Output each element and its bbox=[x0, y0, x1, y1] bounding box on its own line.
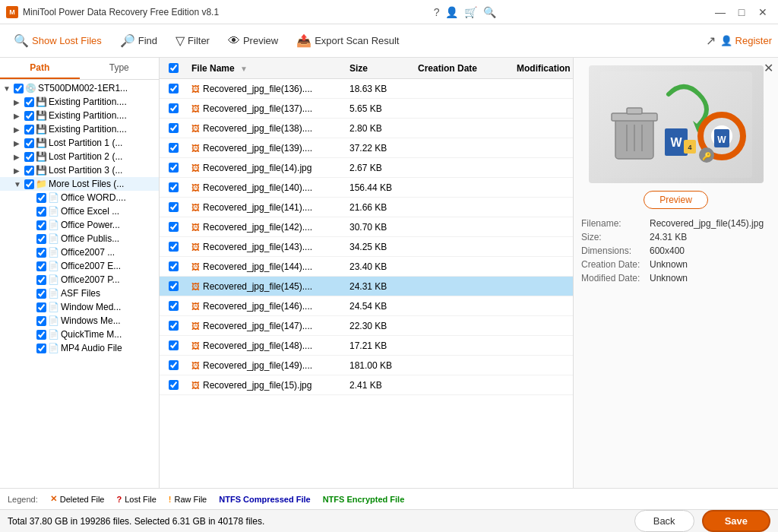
table-row[interactable]: 🖼 Recovered_jpg_file(139).... 37.22 KB bbox=[160, 138, 573, 158]
table-row[interactable]: 🖼 Recovered_jpg_file(148).... 17.21 KB bbox=[160, 336, 573, 356]
table-row[interactable]: 🖼 Recovered_jpg_file(140).... 156.44 KB bbox=[160, 178, 573, 198]
header-filename[interactable]: File Name ▼ bbox=[187, 60, 345, 77]
table-row[interactable]: 🖼 Recovered_jpg_file(143).... 34.25 KB bbox=[160, 237, 573, 257]
tree-checkbox[interactable] bbox=[36, 302, 46, 312]
preview-button[interactable]: 👁 Preview bbox=[220, 31, 286, 51]
table-row[interactable]: 🖼 Recovered_jpg_file(146).... 24.54 KB bbox=[160, 296, 573, 316]
table-row[interactable]: 🖼 Recovered_jpg_file(15).jpg 2.41 KB bbox=[160, 375, 573, 395]
tree-item[interactable]: 📄 Office Power... bbox=[0, 218, 159, 232]
tree-item[interactable]: ▶ 💾 Existing Partition.... bbox=[0, 95, 159, 109]
tree-checkbox[interactable] bbox=[24, 152, 34, 162]
tree-checkbox[interactable] bbox=[24, 179, 34, 189]
row-checkbox[interactable] bbox=[169, 261, 179, 271]
tree-checkbox[interactable] bbox=[24, 97, 34, 107]
show-lost-files-button[interactable]: 🔍 Show Lost Files bbox=[6, 30, 109, 51]
tree-item[interactable]: 📄 ASF Files bbox=[0, 287, 159, 300]
tree-checkbox[interactable] bbox=[36, 234, 46, 244]
table-row[interactable]: 🖼 Recovered_jpg_file(147).... 22.30 KB bbox=[160, 316, 573, 336]
tab-path[interactable]: Path bbox=[0, 58, 80, 79]
tree-area[interactable]: ▼ 💿 ST500DM002-1ER1... ▶ 💾 Existing Part… bbox=[0, 80, 159, 488]
tree-checkbox[interactable] bbox=[36, 261, 46, 271]
table-row[interactable]: 🖼 Recovered_jpg_file(141).... 21.66 KB bbox=[160, 198, 573, 217]
row-checkbox[interactable] bbox=[169, 242, 179, 252]
preview-action-button[interactable]: Preview bbox=[644, 191, 708, 209]
select-all-checkbox[interactable] bbox=[169, 63, 179, 73]
tree-checkbox[interactable] bbox=[36, 289, 46, 299]
table-row[interactable]: 🖼 Recovered_jpg_file(149).... 181.00 KB bbox=[160, 356, 573, 375]
tree-item[interactable]: 📄 Office2007 P... bbox=[0, 273, 159, 287]
tree-item[interactable]: 📄 Office2007 E... bbox=[0, 259, 159, 273]
row-checkbox[interactable] bbox=[169, 222, 179, 232]
tree-checkbox[interactable] bbox=[14, 84, 24, 93]
table-row[interactable]: 🖼 Recovered_jpg_file(138).... 2.80 KB bbox=[160, 119, 573, 138]
tree-checkbox[interactable] bbox=[36, 193, 46, 203]
header-creation-date[interactable]: Creation Date bbox=[413, 60, 512, 77]
tree-checkbox[interactable] bbox=[36, 207, 46, 217]
tree-item[interactable]: ▶ 💾 Existing Partition.... bbox=[0, 109, 159, 122]
tree-checkbox[interactable] bbox=[24, 111, 34, 121]
table-row[interactable]: 🖼 Recovered_jpg_file(14).jpg 2.67 KB bbox=[160, 158, 573, 178]
row-checkbox[interactable] bbox=[169, 202, 179, 212]
tree-item[interactable]: ▶ 💾 Lost Partition 1 (... bbox=[0, 136, 159, 150]
export-scan-result-button[interactable]: 📤 Export Scan Result bbox=[289, 30, 406, 51]
tree-item-more-lost-files[interactable]: ▼ 📁 More Lost Files (... bbox=[0, 177, 159, 191]
row-checkbox[interactable] bbox=[169, 182, 179, 192]
tree-item[interactable]: ▶ 💾 Lost Partition 3 (... bbox=[0, 163, 159, 177]
save-button[interactable]: Save bbox=[702, 510, 770, 532]
row-checkbox[interactable] bbox=[169, 123, 179, 133]
tree-checkbox[interactable] bbox=[36, 275, 46, 285]
header-size[interactable]: Size bbox=[345, 60, 413, 77]
back-button[interactable]: Back bbox=[634, 510, 694, 532]
close-preview-button[interactable]: ✕ bbox=[764, 61, 773, 75]
filter-button[interactable]: ▽ Filter bbox=[168, 30, 217, 51]
close-button[interactable]: ✕ bbox=[754, 5, 772, 20]
tree-checkbox[interactable] bbox=[24, 166, 34, 176]
cart-icon[interactable]: 🛒 bbox=[464, 6, 477, 18]
table-row[interactable]: 🖼 Recovered_jpg_file(144).... 23.40 KB bbox=[160, 257, 573, 277]
title-bar-controls[interactable]: — □ ✕ bbox=[711, 5, 772, 20]
tab-type[interactable]: Type bbox=[80, 58, 160, 79]
row-checkbox[interactable] bbox=[169, 281, 179, 291]
tree-checkbox[interactable] bbox=[36, 316, 46, 326]
row-checkbox[interactable] bbox=[169, 340, 179, 350]
row-checkbox[interactable] bbox=[169, 360, 179, 370]
tree-checkbox[interactable] bbox=[36, 330, 46, 340]
search-icon[interactable]: 🔍 bbox=[483, 6, 496, 18]
find-button[interactable]: 🔎 Find bbox=[112, 30, 165, 51]
table-row[interactable]: 🖼 Recovered_jpg_file(136).... 18.63 KB bbox=[160, 79, 573, 99]
row-checkbox[interactable] bbox=[169, 321, 179, 331]
register-button[interactable]: 👤 Register bbox=[720, 35, 772, 46]
table-row[interactable]: 🖼 Recovered_jpg_file(142).... 30.70 KB bbox=[160, 217, 573, 237]
table-body[interactable]: 🖼 Recovered_jpg_file(136).... 18.63 KB 🖼… bbox=[160, 79, 573, 488]
table-row[interactable]: 🖼 Recovered_jpg_file(137).... 5.65 KB bbox=[160, 99, 573, 119]
share-icon[interactable]: ↗ bbox=[706, 33, 716, 48]
tree-item[interactable]: 📄 Office2007 ... bbox=[0, 245, 159, 259]
maximize-button[interactable]: □ bbox=[732, 5, 751, 20]
user-icon[interactable]: 👤 bbox=[445, 6, 458, 18]
tree-checkbox[interactable] bbox=[36, 220, 46, 230]
tree-item[interactable]: 📄 Office Publis... bbox=[0, 232, 159, 245]
tree-item[interactable]: 📄 Window Med... bbox=[0, 300, 159, 314]
row-checkbox[interactable] bbox=[169, 380, 179, 390]
help-icon[interactable]: ? bbox=[434, 6, 440, 18]
tree-item[interactable]: ▶ 💾 Existing Partition.... bbox=[0, 122, 159, 136]
tree-item[interactable]: 📄 QuickTime M... bbox=[0, 328, 159, 341]
tree-item[interactable]: 📄 Office WORD.... bbox=[0, 191, 159, 204]
row-checkbox[interactable] bbox=[169, 84, 179, 93]
tree-item[interactable]: ▶ 💾 Lost Partition 2 (... bbox=[0, 150, 159, 163]
tree-item[interactable]: 📄 MP4 Audio File bbox=[0, 341, 159, 355]
minimize-button[interactable]: — bbox=[711, 5, 729, 20]
tree-checkbox[interactable] bbox=[36, 344, 46, 353]
tree-checkbox[interactable] bbox=[24, 125, 34, 135]
tree-item[interactable]: 📄 Office Excel ... bbox=[0, 204, 159, 218]
tree-checkbox[interactable] bbox=[24, 138, 34, 148]
tree-item[interactable]: 📄 Windows Me... bbox=[0, 314, 159, 328]
tree-checkbox[interactable] bbox=[36, 248, 46, 258]
row-checkbox[interactable] bbox=[169, 143, 179, 153]
tree-item[interactable]: ▼ 💿 ST500DM002-1ER1... bbox=[0, 81, 159, 95]
row-checkbox[interactable] bbox=[169, 103, 179, 113]
header-modification[interactable]: Modification bbox=[512, 60, 573, 77]
row-checkbox[interactable] bbox=[169, 163, 179, 173]
row-checkbox[interactable] bbox=[169, 301, 179, 311]
table-row[interactable]: 🖼 Recovered_jpg_file(145).... 24.31 KB bbox=[160, 277, 573, 296]
